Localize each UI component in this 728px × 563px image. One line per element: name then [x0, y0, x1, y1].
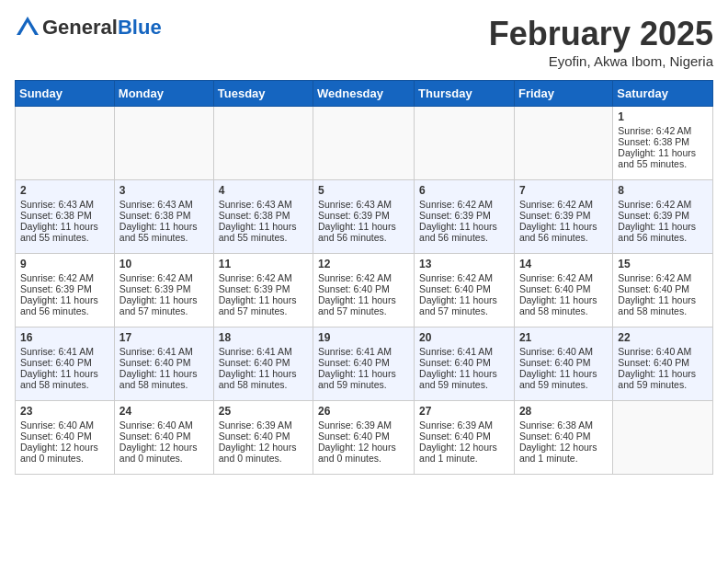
day-number: 15 [618, 258, 708, 270]
sunrise: Sunrise: 6:42 AM [618, 272, 691, 283]
sunrise: Sunrise: 6:42 AM [419, 272, 493, 283]
day-number: 3 [119, 184, 209, 197]
calendar-cell: 3Sunrise: 6:43 AMSunset: 6:38 PMDaylight… [114, 180, 213, 254]
calendar-cell: 15Sunrise: 6:42 AMSunset: 6:40 PMDayligh… [613, 254, 713, 327]
location: Eyofin, Akwa Ibom, Nigeria [489, 53, 713, 69]
sunrise: Sunrise: 6:42 AM [219, 272, 292, 283]
day-number: 11 [219, 258, 308, 270]
sunset: Sunset: 6:40 PM [20, 357, 92, 368]
day-number: 26 [318, 405, 409, 418]
calendar-cell: 6Sunrise: 6:42 AMSunset: 6:39 PMDaylight… [415, 180, 515, 254]
day-number: 25 [219, 405, 308, 418]
sunrise: Sunrise: 6:42 AM [519, 272, 593, 283]
daylight: Daylight: 11 hours and 55 minutes. [20, 221, 98, 243]
sunrise: Sunrise: 6:43 AM [20, 199, 94, 210]
daylight: Daylight: 11 hours and 58 minutes. [219, 368, 297, 390]
calendar-cell: 16Sunrise: 6:41 AMSunset: 6:40 PMDayligh… [16, 327, 115, 401]
daylight: Daylight: 11 hours and 58 minutes. [618, 294, 696, 316]
calendar-cell: 22Sunrise: 6:40 AMSunset: 6:40 PMDayligh… [613, 327, 713, 401]
day-number: 7 [519, 184, 608, 197]
sunrise: Sunrise: 6:42 AM [119, 272, 193, 283]
sunrise: Sunrise: 6:41 AM [318, 346, 392, 357]
daylight: Daylight: 11 hours and 57 minutes. [119, 294, 198, 316]
day-number: 24 [119, 405, 209, 418]
sunrise: Sunrise: 6:41 AM [219, 346, 292, 357]
sunrise: Sunrise: 6:42 AM [20, 272, 94, 283]
calendar-cell: 18Sunrise: 6:41 AMSunset: 6:40 PMDayligh… [213, 327, 313, 401]
sunset: Sunset: 6:39 PM [119, 283, 191, 294]
sunset: Sunset: 6:40 PM [618, 283, 689, 294]
day-number: 22 [618, 331, 708, 344]
day-number: 12 [318, 258, 409, 270]
daylight: Daylight: 11 hours and 58 minutes. [519, 294, 597, 316]
sunrise: Sunrise: 6:43 AM [219, 199, 292, 210]
logo: GeneralBlue [15, 15, 162, 40]
day-number: 2 [20, 184, 109, 197]
day-number: 10 [119, 258, 209, 270]
daylight: Daylight: 11 hours and 55 minutes. [219, 221, 297, 243]
weekday-header: Sunday [16, 81, 115, 107]
calendar-cell: 2Sunrise: 6:43 AMSunset: 6:38 PMDaylight… [16, 180, 115, 254]
sunset: Sunset: 6:40 PM [519, 431, 591, 442]
calendar-cell [114, 107, 213, 180]
daylight: Daylight: 12 hours and 0 minutes. [219, 442, 297, 464]
day-number: 17 [119, 331, 209, 344]
calendar-cell [16, 107, 115, 180]
sunset: Sunset: 6:40 PM [219, 357, 290, 368]
calendar-header: SundayMondayTuesdayWednesdayThursdayFrid… [16, 81, 713, 107]
sunset: Sunset: 6:39 PM [618, 210, 689, 221]
weekday-header: Friday [514, 81, 612, 107]
daylight: Daylight: 11 hours and 56 minutes. [519, 221, 597, 243]
sunset: Sunset: 6:39 PM [519, 210, 591, 221]
daylight: Daylight: 11 hours and 58 minutes. [20, 368, 98, 390]
sunset: Sunset: 6:40 PM [318, 431, 390, 442]
calendar-cell: 12Sunrise: 6:42 AMSunset: 6:40 PMDayligh… [313, 254, 415, 327]
calendar-cell: 24Sunrise: 6:40 AMSunset: 6:40 PMDayligh… [114, 401, 213, 475]
sunset: Sunset: 6:38 PM [119, 210, 191, 221]
sunset: Sunset: 6:40 PM [618, 357, 689, 368]
day-number: 27 [419, 405, 509, 418]
sunrise: Sunrise: 6:41 AM [419, 346, 493, 357]
sunset: Sunset: 6:38 PM [20, 210, 92, 221]
calendar-cell: 25Sunrise: 6:39 AMSunset: 6:40 PMDayligh… [213, 401, 313, 475]
weekday-header: Saturday [613, 81, 713, 107]
day-number: 20 [419, 331, 509, 344]
daylight: Daylight: 11 hours and 59 minutes. [419, 368, 497, 390]
sunset: Sunset: 6:40 PM [419, 283, 491, 294]
calendar-cell: 23Sunrise: 6:40 AMSunset: 6:40 PMDayligh… [16, 401, 115, 475]
sunset: Sunset: 6:40 PM [219, 431, 290, 442]
sunrise: Sunrise: 6:42 AM [419, 199, 493, 210]
sunset: Sunset: 6:40 PM [519, 357, 591, 368]
sunrise: Sunrise: 6:39 AM [419, 419, 493, 431]
weekday-header: Thursday [415, 81, 515, 107]
calendar-cell: 21Sunrise: 6:40 AMSunset: 6:40 PMDayligh… [514, 327, 612, 401]
sunrise: Sunrise: 6:40 AM [519, 346, 593, 357]
daylight: Daylight: 11 hours and 58 minutes. [119, 368, 198, 390]
day-number: 9 [20, 258, 109, 270]
day-number: 6 [419, 184, 509, 197]
sunrise: Sunrise: 6:42 AM [618, 199, 691, 210]
daylight: Daylight: 12 hours and 1 minute. [519, 442, 597, 464]
day-number: 18 [219, 331, 308, 344]
logo-general: General [42, 16, 118, 40]
sunset: Sunset: 6:40 PM [20, 431, 92, 442]
sunset: Sunset: 6:40 PM [318, 357, 390, 368]
sunset: Sunset: 6:39 PM [219, 283, 290, 294]
sunset: Sunset: 6:40 PM [119, 357, 191, 368]
daylight: Daylight: 11 hours and 59 minutes. [519, 368, 597, 390]
daylight: Daylight: 12 hours and 0 minutes. [20, 442, 98, 464]
sunset: Sunset: 6:39 PM [318, 210, 390, 221]
sunset: Sunset: 6:40 PM [419, 431, 491, 442]
sunrise: Sunrise: 6:39 AM [219, 419, 292, 431]
sunrise: Sunrise: 6:42 AM [519, 199, 593, 210]
calendar-cell: 19Sunrise: 6:41 AMSunset: 6:40 PMDayligh… [313, 327, 415, 401]
day-number: 1 [618, 110, 708, 123]
calendar-table: SundayMondayTuesdayWednesdayThursdayFrid… [15, 80, 713, 475]
sunset: Sunset: 6:39 PM [20, 283, 92, 294]
daylight: Daylight: 12 hours and 0 minutes. [119, 442, 198, 464]
sunset: Sunset: 6:38 PM [618, 136, 689, 147]
sunset: Sunset: 6:40 PM [318, 283, 390, 294]
calendar-cell [514, 107, 612, 180]
weekday-header: Wednesday [313, 81, 415, 107]
weekday-header: Tuesday [213, 81, 313, 107]
